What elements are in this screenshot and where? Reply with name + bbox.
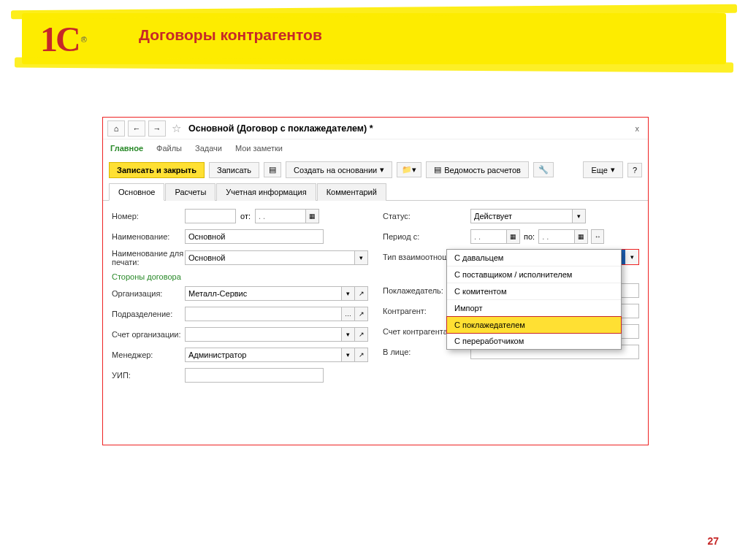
dropdown-item[interactable]: С комитентом bbox=[447, 283, 621, 300]
tab-acct[interactable]: Учетная информация bbox=[216, 183, 316, 201]
open-icon[interactable]: ↗ bbox=[355, 307, 368, 321]
dropdown-icon[interactable]: ▾ bbox=[342, 286, 355, 301]
nav-notes[interactable]: Мои заметки bbox=[235, 144, 283, 153]
period-label: Период с: bbox=[383, 232, 470, 241]
status-input[interactable] bbox=[470, 209, 573, 223]
relation-dropdown: С давальцемС поставщиком / исполнителемС… bbox=[446, 249, 622, 350]
tool-icon-button[interactable]: 🔧 bbox=[533, 162, 554, 177]
tab-comment[interactable]: Комментарий bbox=[317, 183, 386, 201]
toolbar: Записать и закрыть Записать ▤ Создать на… bbox=[103, 157, 648, 183]
name-label: Наименование: bbox=[112, 232, 185, 241]
logo-1c: 1С® bbox=[40, 18, 93, 61]
save-button[interactable]: Записать bbox=[209, 162, 259, 178]
nav-bar: Главное Файлы Задачи Мои заметки bbox=[103, 139, 648, 157]
org-acct-label: Счет организации: bbox=[112, 330, 185, 339]
calendar-icon[interactable]: ▦ bbox=[575, 229, 588, 244]
dropdown-item[interactable]: С поставщиком / исполнителем bbox=[447, 266, 621, 283]
list-icon-button[interactable]: ▤ bbox=[264, 162, 281, 177]
more-button[interactable]: Еще ▾ bbox=[583, 161, 622, 178]
org-input[interactable] bbox=[185, 286, 342, 301]
date-from-input[interactable] bbox=[255, 209, 306, 223]
forward-button[interactable]: → bbox=[148, 120, 166, 137]
print-name-label: Наименование для печати: bbox=[112, 249, 185, 266]
dropdown-icon[interactable]: ▾ bbox=[342, 348, 355, 362]
favorite-icon[interactable]: ☆ bbox=[172, 122, 181, 135]
period-from-input[interactable] bbox=[470, 229, 507, 244]
period-to-input[interactable] bbox=[538, 229, 575, 244]
tab-main[interactable]: Основное bbox=[109, 183, 164, 201]
number-label: Номер: bbox=[112, 212, 185, 220]
app-window: ⌂ ← → ☆ Основной (Договор с поклажедател… bbox=[102, 117, 649, 445]
to-label: по: bbox=[524, 232, 535, 241]
home-button[interactable]: ⌂ bbox=[107, 120, 125, 137]
dropdown-icon[interactable]: ▾ bbox=[355, 250, 368, 265]
dropdown-item[interactable]: С поклажедателем bbox=[446, 316, 622, 334]
from-label: от: bbox=[240, 212, 251, 220]
open-icon[interactable]: ↗ bbox=[355, 348, 368, 362]
tab-calc[interactable]: Расчеты bbox=[165, 183, 215, 201]
org-label: Организация: bbox=[112, 289, 185, 298]
select-icon[interactable]: … bbox=[342, 307, 355, 321]
swap-icon[interactable]: ↔ bbox=[591, 229, 604, 244]
dropdown-item[interactable]: С давальцем bbox=[447, 250, 621, 266]
calendar-icon[interactable]: ▦ bbox=[306, 209, 319, 223]
back-button[interactable]: ← bbox=[128, 120, 145, 137]
statement-button[interactable]: ▤ Ведомость расчетов bbox=[426, 161, 529, 178]
window-title: Основной (Договор с поклажедателем) * bbox=[188, 123, 373, 134]
dropdown-item[interactable]: С переработчиком bbox=[447, 333, 621, 349]
dropdown-item[interactable]: Импорт bbox=[447, 300, 621, 317]
uip-label: УИП: bbox=[112, 371, 185, 380]
page-title: Договоры контрагентов bbox=[139, 26, 322, 44]
dropdown-icon[interactable]: ▾ bbox=[625, 250, 638, 264]
manager-input[interactable] bbox=[185, 348, 342, 362]
help-button[interactable]: ? bbox=[627, 163, 642, 177]
print-name-input[interactable] bbox=[185, 250, 355, 265]
dept-input[interactable] bbox=[185, 307, 342, 321]
folder-icon-button[interactable]: 📁▾ bbox=[397, 162, 421, 177]
dept-label: Подразделение: bbox=[112, 310, 185, 318]
uip-input[interactable] bbox=[185, 368, 324, 383]
nav-files[interactable]: Файлы bbox=[156, 144, 182, 153]
open-icon[interactable]: ↗ bbox=[355, 286, 368, 301]
calendar-icon[interactable]: ▦ bbox=[507, 229, 520, 244]
org-acct-input[interactable] bbox=[185, 327, 342, 342]
dropdown-icon[interactable]: ▾ bbox=[573, 209, 586, 223]
name-input[interactable] bbox=[185, 229, 324, 244]
open-icon[interactable]: ↗ bbox=[355, 327, 368, 342]
status-label: Статус: bbox=[383, 212, 470, 220]
page-number: 27 bbox=[707, 535, 719, 547]
nav-main[interactable]: Главное bbox=[110, 144, 143, 153]
create-based-button[interactable]: Создать на основании ▾ bbox=[286, 161, 392, 178]
number-input[interactable] bbox=[185, 209, 236, 223]
manager-label: Менеджер: bbox=[112, 350, 185, 359]
dropdown-icon[interactable]: ▾ bbox=[342, 327, 355, 342]
close-button[interactable]: x bbox=[636, 124, 640, 133]
save-close-button[interactable]: Записать и закрыть bbox=[109, 162, 205, 178]
tabs: Основное Расчеты Учетная информация Комм… bbox=[103, 183, 648, 201]
nav-tasks[interactable]: Задачи bbox=[195, 144, 222, 153]
parties-section-title: Стороны договора bbox=[112, 272, 368, 281]
